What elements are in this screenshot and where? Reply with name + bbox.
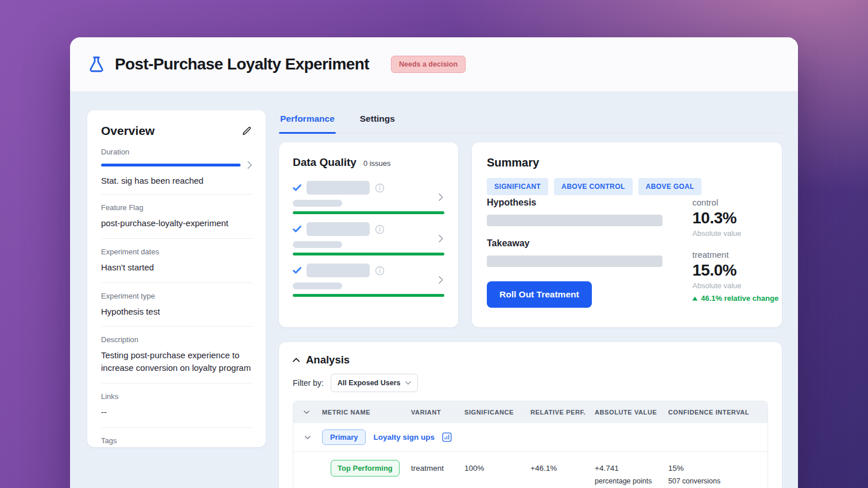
treatment-label: treatment — [692, 250, 778, 260]
relative-perf-cell: +46.1% — [530, 460, 595, 472]
field-label: Tags — [101, 436, 252, 445]
primary-badge[interactable]: Primary — [322, 429, 366, 445]
field-value: Testing post-purchase experience to incr… — [101, 349, 252, 374]
check-icon — [293, 184, 301, 191]
check-icon — [293, 267, 301, 274]
chevron-down-icon[interactable] — [305, 436, 311, 439]
treatment-caption: Absolute value — [692, 281, 778, 290]
skeleton-bar — [487, 215, 662, 226]
col-significance: SIGNIFICANCE — [464, 409, 530, 416]
relative-change-text: 46.1% relative change — [701, 294, 778, 303]
field-label: Experiment type — [101, 292, 252, 300]
significant-badge: SIGNIFICANT — [487, 178, 548, 195]
field-label: Description — [101, 335, 252, 344]
table-row[interactable]: Top Performing treatment 100% +46.1% +4.… — [293, 452, 768, 488]
field-label: Experiment dates — [101, 247, 252, 256]
col-metric-name: METRIC NAME — [322, 409, 411, 416]
control-label: control — [692, 197, 778, 207]
skeleton-bar — [293, 241, 342, 248]
overview-card: Overview Duration Stat. sig has been rea… — [87, 110, 266, 447]
field-value: post-purchase-loyalty-experiment — [101, 217, 252, 230]
divider — [101, 427, 252, 428]
duration-label: Duration — [101, 148, 252, 156]
edit-icon[interactable] — [242, 126, 252, 136]
up-arrow-icon — [692, 296, 698, 301]
status-badge: Needs a decision — [391, 56, 466, 73]
duration-status: Stat. sig has been reached — [101, 176, 252, 185]
skeleton-bar — [293, 200, 342, 207]
confidence-cell: 15% — [668, 460, 768, 472]
app-window: Post-Purchase Loyalty Experiment Needs a… — [70, 37, 798, 488]
skeleton-bar — [293, 282, 342, 289]
col-variant: VARIANT — [411, 409, 464, 416]
skeleton-bar — [307, 264, 370, 277]
overview-title: Overview — [101, 124, 154, 138]
chevron-up-icon[interactable] — [293, 358, 300, 362]
above-control-badge: ABOVE CONTROL — [554, 178, 633, 195]
data-quality-check-row[interactable] — [293, 222, 444, 264]
divider — [101, 383, 252, 384]
control-caption: Absolute value — [692, 229, 778, 238]
quality-progress-bar — [293, 211, 444, 214]
analysis-title: Analysis — [306, 354, 350, 366]
issues-count: 0 issues — [363, 159, 391, 168]
chevron-right-icon — [439, 235, 443, 242]
treatment-stat: treatment 15.0% Absolute value 46.1% rel… — [692, 250, 778, 303]
control-stat: control 10.3% Absolute value — [692, 197, 778, 238]
bar-chart-icon[interactable] — [442, 432, 452, 442]
field-experiment-dates: Experiment dates Hasn't started — [101, 247, 252, 274]
divider — [101, 238, 252, 239]
info-icon — [375, 224, 385, 234]
chevron-right-icon — [247, 161, 252, 169]
dropdown-value: All Exposed Users — [338, 379, 401, 387]
hypothesis-label: Hypothesis — [487, 197, 662, 208]
data-quality-check-row[interactable] — [293, 181, 444, 222]
skeleton-bar — [307, 222, 370, 236]
metric-group-row[interactable]: Primary Loyalty sign ups — [293, 423, 768, 452]
absolute-value-units: percentage points — [595, 477, 668, 485]
metric-name-link[interactable]: Loyalty sign ups — [373, 433, 435, 441]
above-goal-badge: ABOVE GOAL — [638, 178, 702, 195]
duration-progress-bar — [101, 164, 241, 166]
data-quality-card: Data Quality 0 issues — [279, 142, 458, 327]
field-label: Links — [101, 392, 252, 401]
field-links: Links -- — [101, 392, 252, 419]
data-quality-check-row[interactable] — [293, 264, 444, 305]
quality-progress-bar — [293, 294, 444, 297]
col-confidence-interval: CONFIDENCE INTERVAL — [668, 409, 768, 416]
field-value: Hypothesis test — [101, 305, 252, 318]
field-description: Description Testing post-purchase experi… — [101, 335, 252, 374]
duration-section[interactable]: Duration Stat. sig has been reached — [101, 148, 252, 185]
col-absolute-value: ABSOLUTE VALUE — [595, 409, 668, 416]
info-icon — [375, 266, 385, 276]
divider — [101, 326, 252, 327]
chevron-down-icon — [405, 381, 411, 385]
table-header-row: METRIC NAME VARIANT SIGNIFICANCE RELATIV… — [293, 401, 768, 423]
col-relative-perf: RELATIVE PERF. — [530, 409, 595, 416]
tab-settings[interactable]: Settings — [359, 114, 396, 133]
skeleton-bar — [487, 255, 662, 267]
significance-cell: 100% — [464, 460, 530, 472]
analysis-card: Analysis Filter by: All Exposed Users ME… — [279, 342, 782, 488]
field-feature-flag: Feature Flag post-purchase-loyalty-exper… — [101, 203, 252, 230]
flask-icon — [87, 55, 106, 73]
skeleton-bar — [307, 181, 370, 195]
analysis-table: METRIC NAME VARIANT SIGNIFICANCE RELATIV… — [293, 401, 768, 488]
chevron-right-icon — [439, 276, 443, 284]
filter-by-label: Filter by: — [293, 378, 324, 388]
field-value: -- — [101, 406, 252, 419]
tab-bar: Performance Settings — [279, 114, 782, 133]
experiment-header: Post-Purchase Loyalty Experiment Needs a… — [70, 37, 798, 92]
chevron-right-icon — [439, 193, 443, 201]
check-icon — [293, 226, 301, 233]
top-performing-badge: Top Performing — [331, 460, 400, 477]
info-icon — [375, 183, 385, 193]
summary-title: Summary — [487, 156, 767, 169]
chevron-down-icon[interactable] — [304, 410, 309, 414]
exposed-users-dropdown[interactable]: All Exposed Users — [331, 374, 418, 392]
page-title: Post-Purchase Loyalty Experiment — [115, 55, 369, 73]
roll-out-treatment-button[interactable]: Roll Out Treatment — [487, 281, 592, 308]
field-tags: Tags Hypothesis test Growth Loyalty — [101, 436, 252, 448]
field-experiment-type: Experiment type Hypothesis test — [101, 292, 252, 318]
tab-performance[interactable]: Performance — [279, 114, 336, 133]
